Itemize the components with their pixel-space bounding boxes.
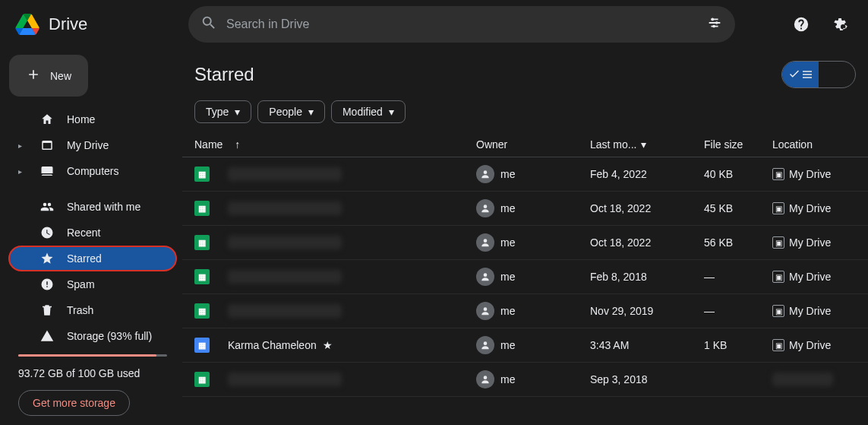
- modified-cell: Oct 18, 2022: [590, 202, 704, 214]
- modified-cell: Feb 4, 2022: [590, 168, 704, 180]
- location-cell[interactable]: ▣My Drive: [772, 339, 856, 351]
- sidebar-item-label: Trash: [67, 304, 93, 316]
- file-name-text: Karma Chameleon: [228, 339, 317, 351]
- filter-label: Type: [206, 106, 229, 118]
- table-row[interactable]: ▦meSep 3, 2018: [182, 363, 868, 397]
- drive-location-icon: ▣: [772, 202, 784, 214]
- sidebar-item-label: Spam: [67, 278, 95, 290]
- sidebar-item-spam[interactable]: Spam: [9, 272, 176, 297]
- column-location[interactable]: Location: [772, 138, 856, 151]
- redacted-filename: [228, 373, 342, 386]
- list-view-button[interactable]: [782, 62, 819, 87]
- table-row[interactable]: ▦meOct 18, 202245 KB▣My Drive: [182, 192, 868, 226]
- avatar-icon: [476, 302, 494, 320]
- chevron-right-icon[interactable]: ▸: [18, 167, 27, 176]
- location-cell[interactable]: ▣My Drive: [772, 305, 856, 317]
- header-actions: [786, 9, 856, 40]
- location-text: My Drive: [789, 236, 831, 249]
- modified-cell: Oct 18, 2022: [590, 236, 704, 249]
- location-cell[interactable]: ▣My Drive: [772, 202, 856, 214]
- new-label: New: [50, 70, 71, 82]
- location-cell[interactable]: [772, 373, 856, 386]
- size-cell: 40 KB: [704, 168, 772, 180]
- search-input[interactable]: [226, 17, 697, 31]
- location-cell[interactable]: ▣My Drive: [772, 168, 856, 180]
- owner-cell: me: [476, 336, 590, 354]
- svg-point-7: [484, 307, 488, 311]
- trash-icon: [39, 303, 55, 318]
- sort-arrow-up-icon: ↑: [235, 138, 240, 151]
- star-icon: ★: [323, 339, 333, 351]
- location-cell[interactable]: ▣My Drive: [772, 236, 856, 249]
- owner-cell: me: [476, 199, 590, 217]
- size-cell: 45 KB: [704, 202, 772, 214]
- chevron-down-icon: ▾: [235, 106, 240, 118]
- main-content: Starred Type▾ People▾ Modified▾ Name↑ Ow…: [182, 49, 868, 425]
- chevron-right-icon[interactable]: ▸: [18, 141, 27, 150]
- redacted-filename: [228, 236, 342, 249]
- drive-location-icon: ▣: [772, 168, 784, 180]
- sidebar-item-recent[interactable]: Recent: [9, 220, 176, 245]
- sidebar-item-shared[interactable]: Shared with me: [9, 195, 176, 219]
- get-storage-button[interactable]: Get more storage: [18, 390, 130, 416]
- sheets-file-icon: ▦: [194, 372, 210, 387]
- sidebar-item-starred[interactable]: Starred: [9, 246, 176, 271]
- table-row[interactable]: ▦meNov 29, 2019—▣My Drive: [182, 294, 868, 328]
- modified-cell: Feb 8, 2018: [590, 271, 704, 283]
- file-list: ▦meFeb 4, 202240 KB▣My Drive▦meOct 18, 2…: [182, 157, 868, 397]
- column-modified[interactable]: Last mo...▾: [590, 138, 704, 151]
- drive-location-icon: ▣: [772, 271, 784, 283]
- search-bar[interactable]: [188, 6, 735, 43]
- modified-cell: Sep 3, 2018: [590, 373, 704, 385]
- svg-point-0: [711, 18, 714, 21]
- owner-cell: me: [476, 268, 590, 286]
- owner-text: me: [500, 339, 515, 351]
- computer-icon: [39, 163, 55, 179]
- table-row[interactable]: ▦Karma Chameleon ★me3:43 AM1 KB▣My Drive: [182, 328, 868, 363]
- sidebar-item-storage[interactable]: Storage (93% full): [9, 324, 176, 348]
- table-row[interactable]: ▦meFeb 4, 202240 KB▣My Drive: [182, 157, 868, 192]
- logo-area[interactable]: Drive: [12, 9, 176, 40]
- size-cell: 56 KB: [704, 236, 772, 249]
- location-text: My Drive: [789, 305, 831, 317]
- redacted-location: [772, 373, 833, 386]
- column-size[interactable]: File size: [704, 138, 772, 151]
- svg-point-9: [484, 376, 488, 379]
- settings-icon[interactable]: [825, 9, 856, 40]
- redacted-filename: [228, 304, 342, 318]
- drive-logo-icon: [12, 9, 43, 40]
- sidebar-item-home[interactable]: Home: [9, 107, 176, 132]
- avatar-icon: [476, 165, 494, 183]
- column-owner[interactable]: Owner: [476, 138, 590, 151]
- help-icon[interactable]: [786, 9, 816, 40]
- table-row[interactable]: ▦meOct 18, 202256 KB▣My Drive: [182, 226, 868, 260]
- page-title: Starred: [194, 64, 781, 85]
- docs-file-icon: ▦: [194, 338, 210, 353]
- size-cell: 1 KB: [704, 339, 772, 351]
- sidebar-item-trash[interactable]: Trash: [9, 298, 176, 322]
- avatar-icon: [476, 370, 494, 389]
- view-toggle: [781, 61, 856, 88]
- avatar-icon: [476, 233, 494, 252]
- sidebar-item-computers[interactable]: ▸ Computers: [9, 159, 176, 183]
- filter-label: Modified: [342, 106, 383, 118]
- grid-view-button[interactable]: [819, 62, 855, 87]
- sidebar-item-mydrive[interactable]: ▸ My Drive: [9, 133, 176, 157]
- new-button[interactable]: New: [9, 55, 88, 97]
- column-name[interactable]: Name↑: [194, 138, 476, 151]
- sheets-file-icon: ▦: [194, 303, 210, 319]
- filter-type[interactable]: Type▾: [194, 100, 251, 123]
- owner-text: me: [500, 305, 515, 317]
- sheets-file-icon: ▦: [194, 167, 210, 182]
- table-row[interactable]: ▦meFeb 8, 2018—▣My Drive: [182, 260, 868, 294]
- location-cell[interactable]: ▣My Drive: [772, 271, 856, 283]
- filter-modified[interactable]: Modified▾: [331, 100, 406, 123]
- filter-bar: Type▾ People▾ Modified▾: [182, 94, 868, 132]
- redacted-filename: [228, 167, 342, 181]
- svg-point-5: [484, 239, 488, 243]
- search-options-icon[interactable]: [706, 14, 723, 34]
- chevron-down-icon: ▾: [389, 106, 394, 118]
- filter-people[interactable]: People▾: [257, 100, 325, 123]
- svg-point-3: [484, 170, 488, 174]
- clock-icon: [39, 225, 55, 240]
